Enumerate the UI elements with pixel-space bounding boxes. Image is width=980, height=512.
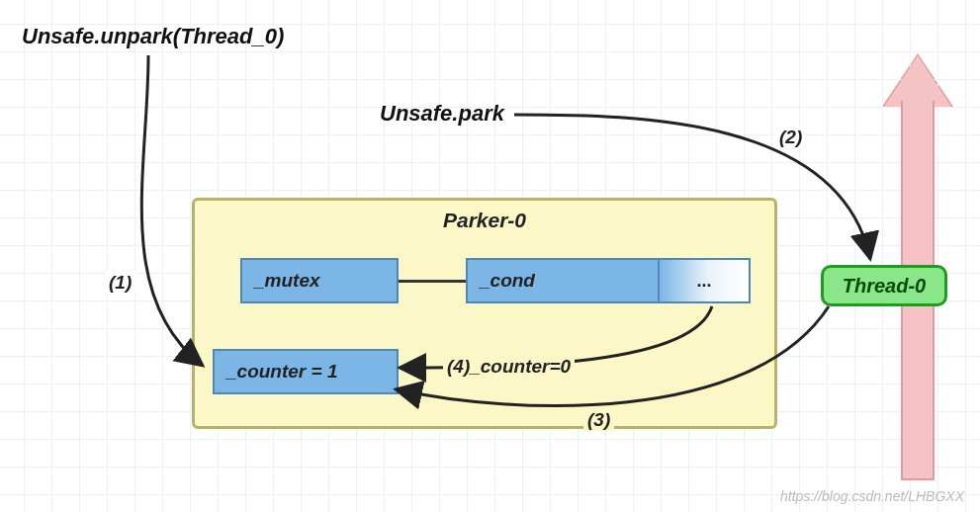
edge-label-4: (4)_counter=0 — [443, 356, 575, 378]
watermark: https://blog.csdn.net/LHBGXX — [780, 488, 964, 504]
edge-label-3: (3) — [583, 409, 614, 431]
edge-label-1: (1) — [105, 272, 135, 294]
label-unsafe-unpark: Unsafe.unpark(Thread_0) — [22, 24, 284, 49]
diagram-stage: Unsafe.unpark(Thread_0) Unsafe.park Park… — [0, 0, 980, 512]
thread-node: Thread-0 — [821, 265, 947, 306]
edge-label-2: (2) — [775, 127, 806, 148]
cond-cell: _cond — [466, 258, 660, 303]
parker-box: Parker-0 _mutex _cond ... _counter = 1 — [192, 198, 777, 429]
parker-title: Parker-0 — [195, 209, 774, 232]
mutex-cond-link — [399, 280, 466, 283]
mutex-cell: _mutex — [240, 258, 399, 303]
cond-queue-cell: ... — [660, 258, 751, 303]
counter-cell: _counter = 1 — [213, 349, 399, 394]
label-unsafe-park: Unsafe.park — [380, 101, 504, 127]
